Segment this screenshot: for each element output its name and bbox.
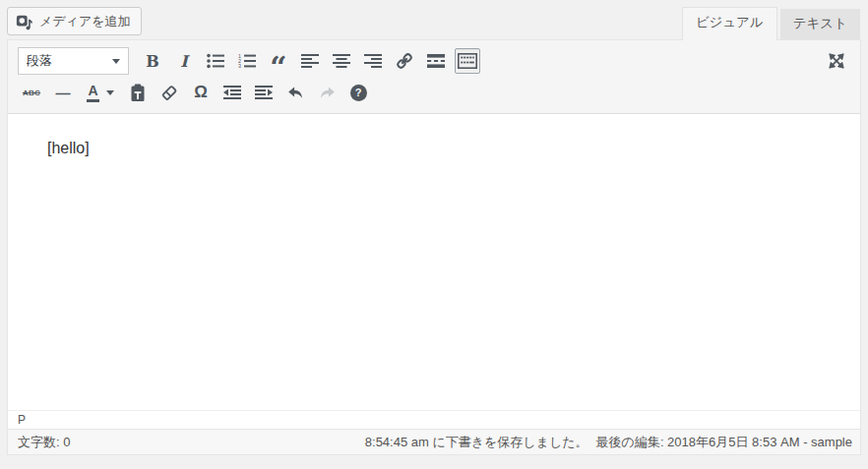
toolbar-toggle-icon [458, 53, 477, 69]
outdent-icon [223, 86, 241, 99]
outdent-button[interactable] [219, 80, 245, 105]
bold-button[interactable]: B [140, 48, 165, 74]
omega-icon: Ω [194, 83, 208, 102]
help-icon: ? [350, 85, 367, 101]
blockquote-button[interactable]: “ [266, 48, 291, 74]
editor-mode-tabs: ビジュアル テキスト [682, 7, 860, 39]
align-left-icon [301, 54, 319, 68]
redo-icon [319, 86, 336, 100]
align-center-icon [333, 54, 350, 68]
toolbar-toggle-button[interactable] [455, 48, 480, 74]
bulleted-list-button[interactable] [203, 48, 228, 74]
italic-button[interactable]: I [171, 48, 197, 74]
chevron-down-icon [112, 59, 120, 64]
svg-text:3: 3 [238, 63, 241, 69]
eraser-icon [159, 85, 179, 101]
post-editor: メディアを追加 ビジュアル テキスト 段落 B I [0, 0, 868, 455]
word-count: 文字数: 0 [18, 434, 70, 451]
blockquote-icon: “ [270, 53, 286, 83]
word-count-value: 0 [63, 435, 70, 449]
fullscreen-button[interactable] [824, 48, 849, 74]
text-color-icon: A [87, 83, 98, 101]
special-character-button[interactable]: Ω [188, 80, 214, 105]
more-tag-icon [427, 54, 445, 68]
help-button[interactable]: ? [345, 80, 371, 105]
redo-button[interactable] [314, 80, 340, 105]
word-count-label: 文字数: [18, 435, 60, 449]
align-right-icon [364, 54, 382, 68]
strikethrough-button[interactable]: ABC [19, 80, 44, 105]
toolbar-row-2: ABC — A [16, 78, 852, 107]
toolbar-row-1: 段落 B I [16, 44, 852, 78]
align-center-button[interactable] [329, 48, 354, 74]
editor-paragraph: [hello] [47, 140, 821, 157]
numbered-list-button[interactable]: 1 2 3 [234, 48, 260, 74]
editor-toolbar: 段落 B I [8, 40, 860, 114]
paste-as-text-icon [130, 84, 146, 102]
add-media-label: メディアを追加 [39, 13, 131, 30]
element-path-item[interactable]: P [18, 413, 26, 427]
element-path-bar: P [8, 410, 860, 429]
strikethrough-icon: ABC [23, 88, 40, 97]
tab-text[interactable]: テキスト [780, 9, 860, 39]
insert-more-tag-button[interactable] [423, 48, 449, 74]
tab-visual[interactable]: ビジュアル [682, 7, 777, 40]
clear-formatting-button[interactable] [156, 80, 182, 105]
autosave-info: 8:54:45 am に下書きを保存しました。 最後の編集: 2018年6月5日… [365, 434, 852, 451]
media-icon [16, 13, 33, 30]
horizontal-rule-icon: — [56, 86, 71, 100]
undo-icon [287, 86, 304, 100]
chevron-down-icon [106, 90, 114, 95]
paragraph-format-dropdown[interactable]: 段落 [18, 47, 129, 75]
indent-icon [255, 86, 273, 99]
paste-as-text-button[interactable] [125, 80, 151, 105]
text-color-button[interactable]: A [82, 80, 119, 105]
status-footer: 文字数: 0 8:54:45 am に下書きを保存しました。 最後の編集: 20… [8, 429, 860, 454]
bold-icon: B [146, 52, 159, 71]
insert-link-button[interactable] [392, 48, 417, 74]
fullscreen-icon [828, 52, 845, 70]
add-media-button[interactable]: メディアを追加 [7, 7, 142, 35]
italic-icon: I [180, 52, 187, 71]
editor-top-bar: メディアを追加 ビジュアル テキスト [7, 7, 861, 39]
last-edited: 最後の編集: 2018年6月5日 8:53 AM - sample [596, 434, 852, 451]
align-left-button[interactable] [297, 48, 323, 74]
link-icon [396, 52, 413, 70]
editor-container: 段落 B I [7, 39, 861, 455]
paragraph-format-value: 段落 [27, 52, 52, 70]
editor-content[interactable]: [hello] [8, 114, 860, 410]
numbered-list-icon: 1 2 3 [238, 53, 256, 69]
bulleted-list-icon [207, 53, 224, 69]
align-right-button[interactable] [360, 48, 386, 74]
autosave-status: 8:54:45 am に下書きを保存しました。 [365, 434, 589, 451]
horizontal-rule-button[interactable]: — [50, 80, 76, 105]
